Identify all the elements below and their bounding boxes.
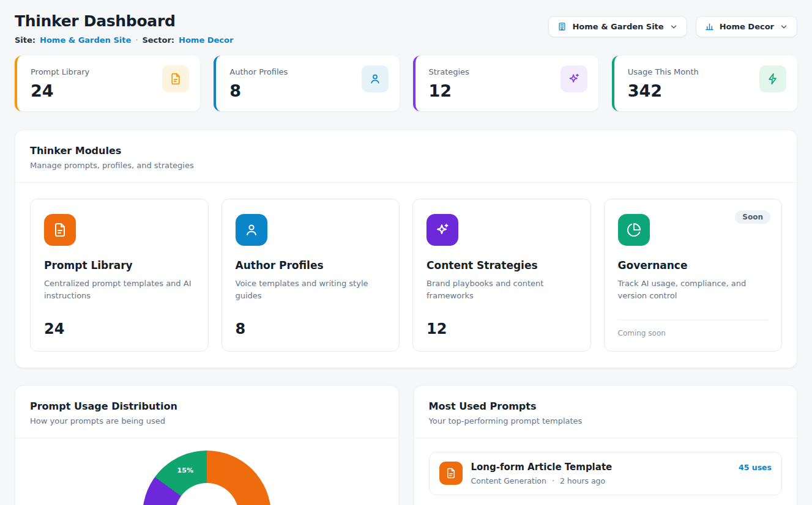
lightning-icon [759,65,786,92]
prompt-meta: Content Generation · 2 hours ago [471,476,613,485]
prompt-uses-badge: 45 uses [739,462,772,472]
thinker-modules-panel: Thinker Modules Manage prompts, profiles… [15,130,797,368]
module-title: Governance [618,259,769,271]
document-icon [44,214,76,246]
sector-selector-dropdown[interactable]: Home Decor [696,16,797,37]
chevron-down-icon [669,23,678,31]
bar-chart-icon [705,22,714,31]
separator-dot: · [552,476,554,485]
prompt-time: 2 hours ago [560,476,605,485]
module-count: 24 [44,312,195,337]
card-header: Most Used Prompts Your top-performing pr… [414,386,797,438]
module-card-governance[interactable]: Soon Governance Track AI usage, complian… [604,199,783,352]
sparkle-icon [426,214,458,246]
page-header: Thinker Dashboard Site: Home & Garden Si… [15,12,797,45]
prompt-list-item[interactable]: Long-form Article Template Content Gener… [429,452,783,495]
divider [618,320,769,320]
card-title: Most Used Prompts [429,400,783,412]
sector-label: Sector: [142,35,174,45]
card-title: Prompt Usage Distribution [30,400,384,412]
modules-grid: Prompt Library Centralized prompt templa… [15,183,797,367]
module-title: Prompt Library [44,259,195,271]
page-title: Thinker Dashboard [15,12,233,30]
pie-chart-icon [618,214,650,246]
module-count: 12 [426,312,577,337]
most-used-prompts-card: Most Used Prompts Your top-performing pr… [414,385,798,505]
module-card-prompt-library[interactable]: Prompt Library Centralized prompt templa… [30,199,209,352]
stat-card-usage: Usage This Month 342 [612,56,797,111]
site-selector-dropdown[interactable]: Home & Garden Site [548,16,687,37]
site-label: Site: [15,35,35,45]
soon-badge: Soon [735,210,770,224]
coming-soon-text: Coming soon [618,329,769,337]
stat-card-strategies: Strategies 12 [413,56,598,111]
module-description: Track AI usage, compliance, and version … [618,278,769,302]
chevron-down-icon [780,23,788,31]
sector-link[interactable]: Home Decor [179,35,233,45]
card-header: Prompt Usage Distribution How your promp… [15,386,398,438]
prompt-usage-card: Prompt Usage Distribution How your promp… [15,385,399,505]
dashboard-page: Thinker Dashboard Site: Home & Garden Si… [0,0,812,505]
bottom-row: Prompt Usage Distribution How your promp… [15,385,797,505]
sector-selector-label: Home Decor [720,22,774,31]
donut-segment-label: 15% [176,466,195,474]
stat-card-author-profiles: Author Profiles 8 [214,56,399,111]
module-description: Brand playbooks and content frameworks [426,278,577,302]
separator-dot: · [135,35,138,45]
prompt-info: Long-form Article Template Content Gener… [471,462,613,485]
user-icon [362,65,389,92]
user-icon [236,214,267,246]
document-icon [439,462,463,485]
prompt-list: Long-form Article Template Content Gener… [414,438,797,505]
prompt-title: Long-form Article Template [471,462,613,473]
donut-chart-area: 15% [15,438,398,505]
site-link[interactable]: Home & Garden Site [40,35,131,45]
usage-donut: 15% [143,451,271,505]
sparkle-icon [561,65,587,92]
breadcrumb: Site: Home & Garden Site · Sector: Home … [15,35,233,45]
module-card-author-profiles[interactable]: Author Profiles Voice templates and writ… [222,199,400,352]
header-left: Thinker Dashboard Site: Home & Garden Si… [15,12,233,45]
site-selector-label: Home & Garden Site [572,22,663,31]
module-title: Content Strategies [426,259,577,271]
prompt-category: Content Generation [471,476,546,485]
header-actions: Home & Garden Site Home Decor [548,12,797,37]
module-description: Voice templates and writing style guides [236,278,386,302]
stats-row: Prompt Library 24 Author Profiles 8 Stra… [15,56,797,111]
card-subtitle: How your prompts are being used [30,416,384,426]
module-card-content-strategies[interactable]: Content Strategies Brand playbooks and c… [412,199,591,352]
document-icon [162,65,189,92]
card-subtitle: Your top-performing prompt templates [429,416,783,426]
panel-header: Thinker Modules Manage prompts, profiles… [15,130,797,182]
module-description: Centralized prompt templates and AI inst… [44,278,195,302]
panel-title: Thinker Modules [30,145,782,157]
building-icon [557,22,567,31]
panel-subtitle: Manage prompts, profiles, and strategies [30,161,782,170]
stat-card-prompt-library: Prompt Library 24 [15,56,200,111]
module-count: 8 [236,312,386,337]
module-title: Author Profiles [236,259,386,271]
